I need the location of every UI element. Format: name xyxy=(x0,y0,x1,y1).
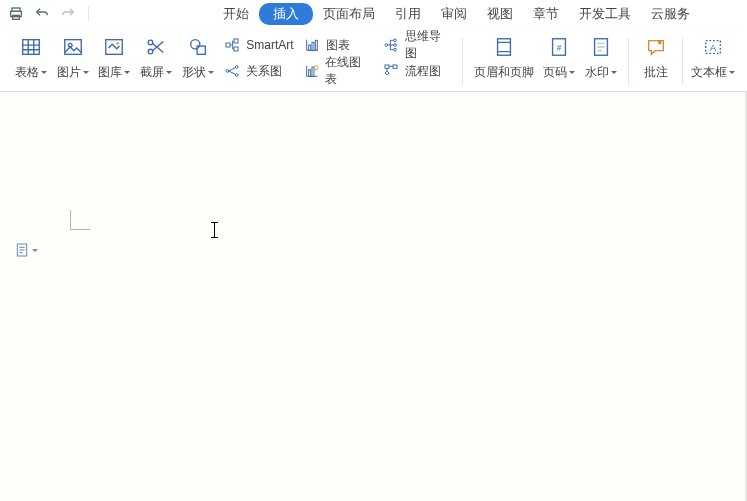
document-area[interactable] xyxy=(0,92,747,501)
page-margin-corner xyxy=(70,210,90,230)
scissors-icon xyxy=(143,34,169,60)
onlinechart-icon xyxy=(302,61,322,81)
screenshot-button[interactable]: 截屏 xyxy=(135,32,177,91)
ribbon-insert: 表格 图片 图库 截屏 形状 SmartArt 关系图 xyxy=(0,28,747,92)
svg-point-15 xyxy=(226,70,229,73)
relation-icon xyxy=(222,61,242,81)
svg-point-25 xyxy=(393,39,396,42)
tab-insert[interactable]: 插入 xyxy=(259,3,313,25)
screenshot-label: 截屏 xyxy=(140,64,172,81)
comment-button[interactable]: 批注 xyxy=(635,32,677,91)
smartart-button[interactable]: SmartArt xyxy=(218,32,297,58)
svg-rect-28 xyxy=(385,65,389,68)
picture-icon xyxy=(60,34,86,60)
watermark-icon xyxy=(588,34,614,60)
svg-point-10 xyxy=(190,40,199,49)
flowchart-icon xyxy=(381,61,401,81)
tab-dev[interactable]: 开发工具 xyxy=(569,3,641,25)
svg-rect-21 xyxy=(308,70,310,77)
svg-rect-20 xyxy=(315,40,317,50)
chart-icon xyxy=(302,35,322,55)
svg-point-26 xyxy=(393,44,396,47)
svg-rect-12 xyxy=(226,43,230,47)
separator xyxy=(628,38,629,85)
separator xyxy=(462,38,463,85)
redo-icon[interactable] xyxy=(58,4,78,24)
tab-start[interactable]: 开始 xyxy=(213,3,259,25)
tab-cloud[interactable]: 云服务 xyxy=(641,3,700,25)
flowchart-button[interactable]: 流程图 xyxy=(377,58,456,84)
tab-reference[interactable]: 引用 xyxy=(385,3,431,25)
mindmap-button[interactable]: 思维导图 xyxy=(377,32,456,58)
svg-point-23 xyxy=(314,66,318,70)
watermark-label: 水印 xyxy=(585,64,617,81)
svg-text:#: # xyxy=(557,44,562,53)
table-label: 表格 xyxy=(15,64,47,81)
print-icon[interactable] xyxy=(6,4,26,24)
separator xyxy=(682,38,683,85)
tab-chapter[interactable]: 章节 xyxy=(523,3,569,25)
mindmap-icon xyxy=(381,35,401,55)
svg-text:A: A xyxy=(710,43,717,53)
document-icon xyxy=(14,242,30,258)
svg-point-16 xyxy=(236,66,239,69)
relation-button[interactable]: 关系图 xyxy=(218,58,297,84)
diagram-group: SmartArt 关系图 图表 在线图表 思维导图 xyxy=(218,32,456,91)
svg-rect-19 xyxy=(312,42,314,50)
textbox-button[interactable]: A 文本框 xyxy=(689,32,737,91)
smartart-icon xyxy=(222,35,242,55)
tab-layout[interactable]: 页面布局 xyxy=(313,3,385,25)
svg-rect-3 xyxy=(23,40,40,55)
headerfooter-icon xyxy=(491,34,517,60)
svg-point-24 xyxy=(385,44,388,47)
quick-access-bar: 开始 插入 页面布局 引用 审阅 视图 章节 开发工具 云服务 xyxy=(0,0,747,28)
svg-rect-29 xyxy=(393,65,397,68)
chart-label: 图表 xyxy=(326,37,350,54)
navigation-pane-toggle[interactable] xyxy=(14,242,38,258)
watermark-button[interactable]: 水印 xyxy=(580,32,622,91)
separator xyxy=(88,6,89,22)
shape-icon xyxy=(185,34,211,60)
flowchart-label: 流程图 xyxy=(405,63,441,80)
onlinechart-label: 在线图表 xyxy=(325,54,372,88)
svg-point-17 xyxy=(236,74,239,77)
smartart-label: SmartArt xyxy=(246,38,293,52)
picture-button[interactable]: 图片 xyxy=(52,32,94,91)
pagenum-icon: # xyxy=(546,34,572,60)
svg-rect-4 xyxy=(64,40,81,55)
svg-point-7 xyxy=(116,42,119,45)
tab-bar: 开始 插入 页面布局 引用 审阅 视图 章节 开发工具 云服务 xyxy=(213,3,700,25)
tab-review[interactable]: 审阅 xyxy=(431,3,477,25)
textbox-icon: A xyxy=(700,34,726,60)
chevron-down-icon xyxy=(32,249,38,252)
svg-rect-13 xyxy=(234,39,238,43)
pagenum-label: 页码 xyxy=(543,64,575,81)
svg-rect-30 xyxy=(497,39,510,56)
comment-label: 批注 xyxy=(644,64,668,81)
table-button[interactable]: 表格 xyxy=(10,32,52,91)
gallery-icon xyxy=(101,34,127,60)
tab-view[interactable]: 视图 xyxy=(477,3,523,25)
text-cursor xyxy=(214,222,215,238)
gallery-button[interactable]: 图库 xyxy=(93,32,135,91)
mindmap-label: 思维导图 xyxy=(405,28,452,62)
shape-button[interactable]: 形状 xyxy=(177,32,219,91)
comment-icon xyxy=(643,34,669,60)
shape-label: 形状 xyxy=(182,64,214,81)
svg-point-34 xyxy=(657,41,661,45)
picture-label: 图片 xyxy=(57,64,89,81)
relation-label: 关系图 xyxy=(246,63,282,80)
gallery-label: 图库 xyxy=(98,64,130,81)
headerfooter-label: 页眉和页脚 xyxy=(474,64,534,81)
svg-rect-14 xyxy=(234,47,238,51)
svg-rect-18 xyxy=(308,45,310,50)
headerfooter-button[interactable]: 页眉和页脚 xyxy=(469,32,538,91)
textbox-label: 文本框 xyxy=(691,64,735,81)
svg-point-27 xyxy=(393,48,396,51)
table-icon xyxy=(18,34,44,60)
pagenum-button[interactable]: # 页码 xyxy=(538,32,580,91)
undo-icon[interactable] xyxy=(32,4,52,24)
onlinechart-button[interactable]: 在线图表 xyxy=(298,58,377,84)
